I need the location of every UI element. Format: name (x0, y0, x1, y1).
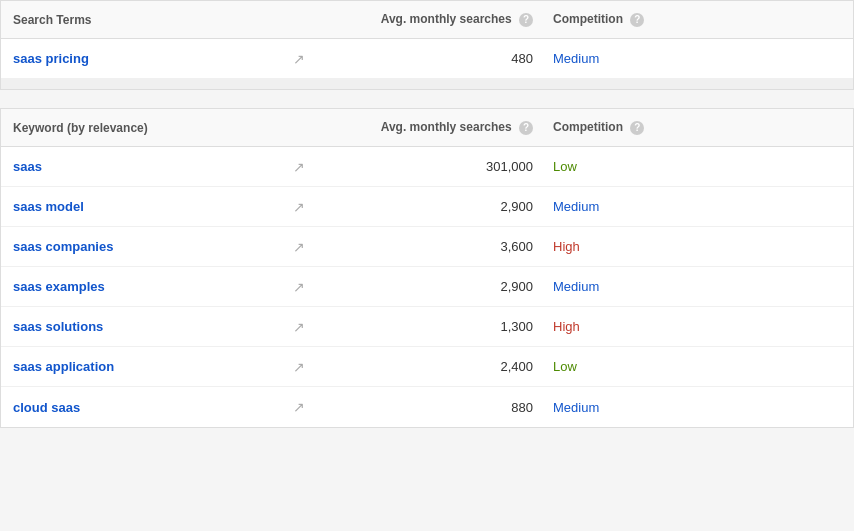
competition-help-icon-1[interactable]: ? (630, 13, 644, 27)
searches-value: 2,900 (353, 199, 533, 214)
keyword-link[interactable]: saas solutions (13, 319, 103, 334)
chart-icon[interactable]: ↗ (293, 319, 305, 335)
searches-help-icon-2[interactable]: ? (519, 121, 533, 135)
section1-header: Search Terms Avg. monthly searches ? Com… (1, 1, 853, 39)
competition-value: Low (533, 359, 683, 374)
chart-icon[interactable]: ↗ (293, 239, 305, 255)
keyword-link[interactable]: saas application (13, 359, 114, 374)
searches-value: 2,900 (353, 279, 533, 294)
searches-value: 480 (353, 51, 533, 66)
searches-value: 2,400 (353, 359, 533, 374)
section2-keyword-header: Keyword (by relevance) (13, 121, 293, 135)
competition-value: Medium (533, 199, 683, 214)
keyword-cell: saas application (13, 359, 293, 374)
section1-keyword-header: Search Terms (13, 13, 293, 27)
competition-help-icon-2[interactable]: ? (630, 121, 644, 135)
section2-competition-header: Competition ? (533, 120, 683, 135)
chart-cell[interactable]: ↗ (293, 399, 353, 415)
chart-cell[interactable]: ↗ (293, 279, 353, 295)
keyword-link[interactable]: saas model (13, 199, 84, 214)
keyword-link[interactable]: cloud saas (13, 400, 80, 415)
chart-cell[interactable]: ↗ (293, 239, 353, 255)
table-row: saas model ↗ 2,900 Medium (1, 187, 853, 227)
keyword-cell: saas examples (13, 279, 293, 294)
section2-searches-header: Avg. monthly searches ? (353, 120, 533, 135)
chart-icon[interactable]: ↗ (293, 399, 305, 415)
keyword-cell: saas (13, 159, 293, 174)
chart-icon[interactable]: ↗ (293, 51, 305, 67)
keyword-link[interactable]: saas examples (13, 279, 105, 294)
table-row: saas solutions ↗ 1,300 High (1, 307, 853, 347)
chart-icon[interactable]: ↗ (293, 159, 305, 175)
table-row: saas pricing ↗ 480 Medium (1, 39, 853, 79)
table-row: saas examples ↗ 2,900 Medium (1, 267, 853, 307)
searches-help-icon-1[interactable]: ? (519, 13, 533, 27)
chart-cell[interactable]: ↗ (293, 199, 353, 215)
keyword-cell: cloud saas (13, 400, 293, 415)
section1-searches-header: Avg. monthly searches ? (353, 12, 533, 27)
section2-keywords: Keyword (by relevance) Avg. monthly sear… (0, 108, 854, 428)
competition-value: Low (533, 159, 683, 174)
competition-value: Medium (533, 279, 683, 294)
keyword-link[interactable]: saas companies (13, 239, 113, 254)
section2-header: Keyword (by relevance) Avg. monthly sear… (1, 109, 853, 147)
competition-value: Medium (533, 400, 683, 415)
keyword-link[interactable]: saas pricing (13, 51, 89, 66)
searches-value: 880 (353, 400, 533, 415)
chart-cell[interactable]: ↗ (293, 319, 353, 335)
keyword-link[interactable]: saas (13, 159, 42, 174)
section1-search-terms: Search Terms Avg. monthly searches ? Com… (0, 0, 854, 90)
gap (0, 98, 854, 108)
chart-icon[interactable]: ↗ (293, 359, 305, 375)
table-row: cloud saas ↗ 880 Medium (1, 387, 853, 427)
keyword-cell: saas companies (13, 239, 293, 254)
table-row: saas companies ↗ 3,600 High (1, 227, 853, 267)
competition-value: Medium (533, 51, 683, 66)
chart-cell[interactable]: ↗ (293, 359, 353, 375)
keyword-cell: saas pricing (13, 51, 293, 66)
chart-cell[interactable]: ↗ (293, 159, 353, 175)
searches-value: 1,300 (353, 319, 533, 334)
searches-value: 301,000 (353, 159, 533, 174)
table-row: saas ↗ 301,000 Low (1, 147, 853, 187)
competition-value: High (533, 239, 683, 254)
section1-competition-header: Competition ? (533, 12, 683, 27)
chart-cell[interactable]: ↗ (293, 51, 353, 67)
table-row: saas application ↗ 2,400 Low (1, 347, 853, 387)
chart-icon[interactable]: ↗ (293, 199, 305, 215)
competition-value: High (533, 319, 683, 334)
section1-spacer (1, 79, 853, 89)
keyword-cell: saas solutions (13, 319, 293, 334)
keyword-cell: saas model (13, 199, 293, 214)
searches-value: 3,600 (353, 239, 533, 254)
chart-icon[interactable]: ↗ (293, 279, 305, 295)
